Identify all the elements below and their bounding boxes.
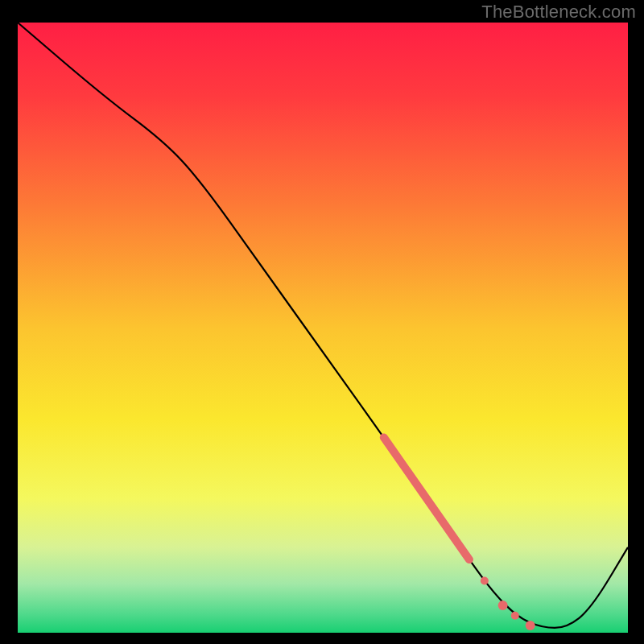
chart-svg — [0, 0, 644, 644]
highlight-dot — [498, 601, 508, 610]
bottleneck-chart: TheBottleneck.com — [0, 0, 644, 644]
highlight-dot — [526, 621, 535, 630]
highlight-dot — [481, 577, 489, 585]
watermark-text: TheBottleneck.com — [481, 2, 636, 23]
highlight-dot — [511, 612, 519, 620]
plot-area — [18, 23, 628, 633]
